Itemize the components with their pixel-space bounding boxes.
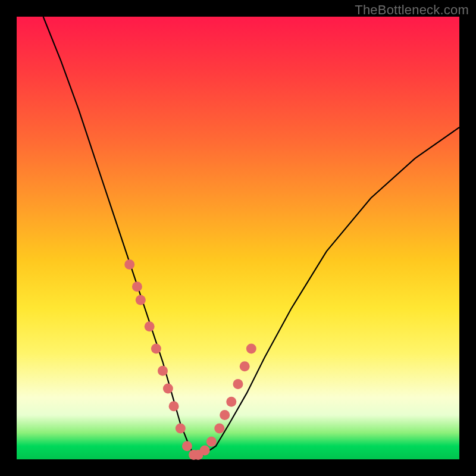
marker-dot xyxy=(124,259,134,270)
watermark-text: TheBottleneck.com xyxy=(355,2,469,18)
marker-dot xyxy=(132,281,142,292)
marker-dot xyxy=(200,446,210,456)
marker-dot xyxy=(151,344,161,354)
marker-dot xyxy=(226,397,236,407)
bottleneck-curve xyxy=(43,17,459,455)
marker-dot xyxy=(233,379,243,389)
marker-dot xyxy=(176,423,186,433)
marker-dot xyxy=(206,437,217,447)
chart-svg xyxy=(17,17,459,459)
marker-dot xyxy=(246,344,256,354)
marker-dot xyxy=(145,321,155,331)
marker-dot xyxy=(240,361,250,371)
marker-group xyxy=(124,259,256,460)
marker-dot xyxy=(182,441,192,451)
marker-dot xyxy=(158,366,168,376)
marker-dot xyxy=(169,401,179,411)
marker-dot xyxy=(214,423,224,433)
outer-frame: TheBottleneck.com xyxy=(0,0,476,476)
marker-dot xyxy=(136,295,146,305)
marker-dot xyxy=(220,410,230,420)
marker-dot xyxy=(163,384,173,394)
plot-area xyxy=(17,17,459,459)
